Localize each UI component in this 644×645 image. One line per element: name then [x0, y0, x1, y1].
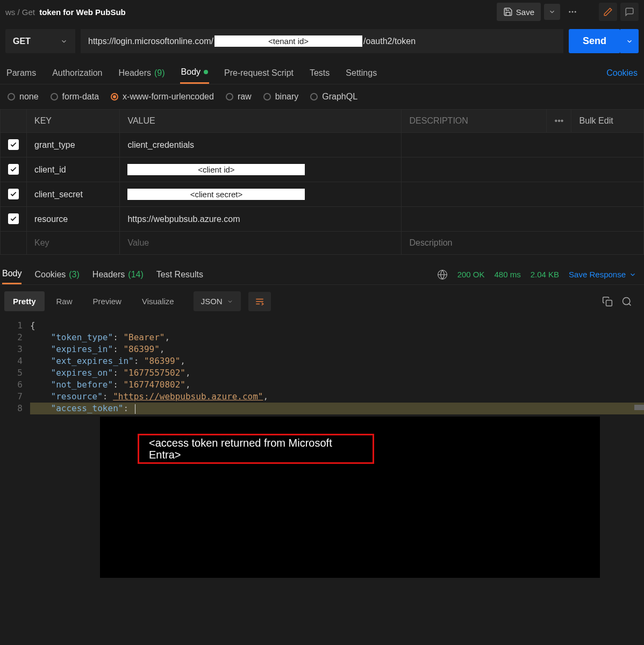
more-horizontal-icon	[568, 7, 577, 17]
view-preview[interactable]: Preview	[84, 291, 130, 311]
row-checkbox[interactable]	[8, 189, 19, 199]
breadcrumb[interactable]: ws / Get token for Web PubSub	[5, 8, 126, 17]
table-row: resource https://webpubsub.azure.com	[1, 207, 644, 232]
table-row: client_secret <client secret>	[1, 182, 644, 207]
radio-none[interactable]: none	[8, 92, 39, 102]
save-response-button[interactable]: Save Response	[569, 270, 636, 279]
send-dropdown[interactable]	[620, 29, 639, 53]
send-button[interactable]: Send	[569, 29, 620, 53]
resp-tab-cookies[interactable]: Cookies (3)	[34, 266, 79, 284]
header-check	[1, 110, 27, 133]
body-params-table: KEY VALUE DESCRIPTION ••• Bulk Edit gran…	[0, 109, 644, 255]
svg-point-1	[572, 11, 574, 13]
cookies-link[interactable]: Cookies	[605, 63, 639, 83]
edit-button[interactable]	[599, 3, 617, 21]
header-value: VALUE	[120, 110, 402, 133]
cell-desc[interactable]	[402, 133, 644, 157]
copy-icon[interactable]	[602, 296, 613, 307]
url-redacted: <tenant id>	[214, 35, 362, 47]
status-code: 200 OK	[457, 270, 485, 279]
breadcrumb-prefix: ws / Get	[5, 8, 35, 17]
radio-urlencoded[interactable]: x-www-form-urlencoded	[111, 92, 214, 102]
svg-point-8	[623, 297, 630, 304]
cell-desc[interactable]	[402, 157, 644, 182]
tab-prerequest[interactable]: Pre-request Script	[223, 63, 295, 83]
tab-headers[interactable]: Headers (9)	[118, 63, 166, 83]
method-label: GET	[13, 37, 31, 46]
text-cursor	[135, 404, 135, 414]
table-row: grant_type client_credentials	[1, 133, 644, 157]
table-placeholder-row[interactable]: Key Value Description	[1, 232, 644, 255]
code-content[interactable]: { "token_type": "Bearer", "expires_in": …	[30, 320, 644, 645]
chevron-down-icon	[227, 298, 233, 305]
chevron-down-icon	[629, 271, 636, 278]
placeholder-desc[interactable]: Description	[402, 232, 644, 255]
row-checkbox[interactable]	[8, 164, 19, 175]
scrollbar[interactable]	[634, 405, 644, 410]
comment-icon	[625, 7, 634, 17]
method-select[interactable]: GET	[5, 29, 75, 53]
radio-form-data[interactable]: form-data	[51, 92, 99, 102]
row-checkbox[interactable]	[8, 213, 19, 224]
tab-params[interactable]: Params	[5, 63, 37, 83]
placeholder-key[interactable]: Key	[27, 232, 120, 255]
tab-settings[interactable]: Settings	[345, 63, 378, 83]
save-label: Save	[516, 8, 534, 17]
send-label: Send	[583, 35, 606, 47]
line-gutter: 12345678 9	[0, 320, 30, 645]
globe-icon[interactable]	[437, 269, 448, 280]
body-modified-dot	[204, 70, 208, 74]
radio-raw[interactable]: raw	[226, 92, 252, 102]
view-pretty[interactable]: Pretty	[4, 291, 45, 311]
wrap-icon	[255, 297, 264, 306]
view-visualize[interactable]: Visualize	[133, 291, 183, 311]
save-icon	[503, 7, 513, 17]
annotation-box: <access token returned from Microsoft En…	[138, 434, 374, 464]
save-button[interactable]: Save	[497, 3, 541, 21]
cell-key[interactable]: grant_type	[27, 133, 120, 157]
resp-tab-tests[interactable]: Test Results	[156, 266, 203, 284]
header-key: KEY	[27, 110, 120, 133]
viewer-controls: Pretty Raw Preview Visualize JSON	[0, 285, 644, 318]
save-dropdown[interactable]	[544, 4, 560, 20]
cell-value[interactable]: https://webpubsub.azure.com	[120, 207, 402, 232]
cell-value[interactable]: <client secret>	[120, 182, 402, 207]
comment-button[interactable]	[620, 3, 639, 21]
row-checkbox[interactable]	[8, 139, 19, 150]
request-tabs: Params Authorization Headers (9) Body Pr…	[0, 59, 644, 84]
chevron-down-icon	[60, 38, 68, 45]
radio-graphql[interactable]: GraphQL	[310, 92, 357, 102]
wrap-lines-button[interactable]	[248, 292, 271, 311]
request-row: GET https://login.microsoftonline.com/ <…	[0, 24, 644, 59]
svg-line-9	[629, 303, 631, 305]
svg-point-0	[569, 11, 570, 13]
tab-tests[interactable]: Tests	[309, 63, 331, 83]
cell-key[interactable]: client_secret	[27, 182, 120, 207]
chevron-down-icon	[548, 8, 556, 16]
more-actions-button[interactable]	[563, 3, 582, 21]
cell-desc[interactable]	[402, 182, 644, 207]
radio-binary[interactable]: binary	[263, 92, 299, 102]
view-raw[interactable]: Raw	[48, 291, 81, 311]
status-time: 480 ms	[495, 270, 521, 279]
url-input[interactable]: https://login.microsoftonline.com/ <tena…	[81, 29, 563, 53]
cell-key[interactable]: resource	[27, 207, 120, 232]
svg-rect-7	[606, 300, 612, 306]
tab-body[interactable]: Body	[180, 62, 209, 84]
header-more[interactable]: •••	[547, 110, 571, 133]
table-row: client_id <client id>	[1, 157, 644, 182]
cell-key[interactable]: client_id	[27, 157, 120, 182]
breadcrumb-current: token for Web PubSub	[39, 8, 126, 17]
cell-value[interactable]: client_credentials	[120, 133, 402, 157]
search-icon[interactable]	[621, 296, 632, 307]
response-body[interactable]: 12345678 9 { "token_type": "Bearer", "ex…	[0, 318, 644, 645]
resp-tab-headers[interactable]: Headers (14)	[92, 266, 144, 284]
resp-tab-body[interactable]: Body	[2, 264, 22, 284]
cell-value[interactable]: <client id>	[120, 157, 402, 182]
header-desc: DESCRIPTION	[402, 110, 547, 133]
placeholder-value[interactable]: Value	[120, 232, 402, 255]
cell-desc[interactable]	[402, 207, 644, 232]
bulk-edit-button[interactable]: Bulk Edit	[571, 110, 644, 133]
format-select[interactable]: JSON	[194, 291, 241, 311]
tab-authorization[interactable]: Authorization	[51, 63, 103, 83]
